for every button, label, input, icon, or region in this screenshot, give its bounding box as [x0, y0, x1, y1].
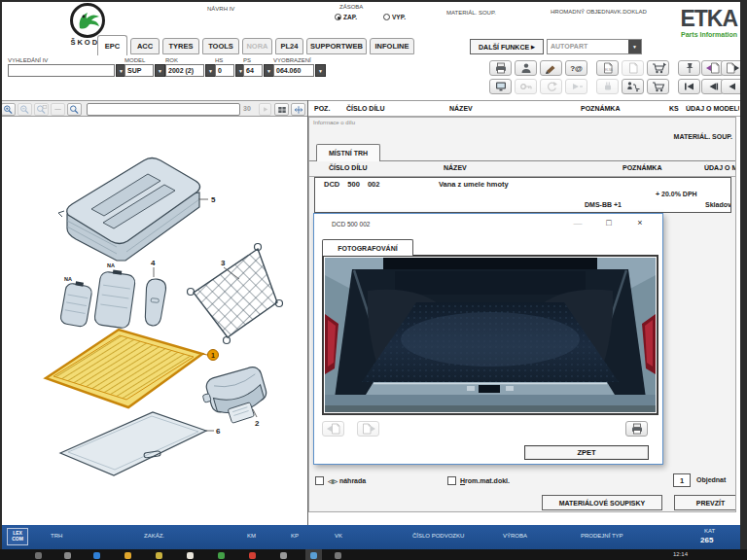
support-button[interactable]	[515, 60, 537, 76]
diagram-part-3-net[interactable]	[188, 244, 283, 344]
zoom-in-button[interactable]	[1, 103, 16, 116]
search-part-button[interactable]	[67, 103, 82, 116]
diagram-part-1-selected[interactable]	[46, 330, 202, 407]
vyobrazeni-value[interactable]: 064.060	[273, 64, 314, 77]
diagram-part-na-big[interactable]	[93, 268, 136, 329]
close-icon[interactable]: ×	[633, 218, 647, 228]
hs-value[interactable]: 0	[215, 64, 234, 77]
hrom-mat-dokl-checkbox[interactable]	[447, 476, 456, 485]
cart-button[interactable]	[647, 79, 669, 94]
autopart-select[interactable]: AUTOPART ▼	[547, 39, 642, 54]
taskbar-active-app-slot[interactable]	[305, 549, 322, 560]
nahrada-text: náhrada	[339, 477, 366, 484]
vyp-label: VYP.	[392, 14, 406, 20]
taskbar-app-icon[interactable]	[64, 552, 71, 559]
materialove-soupisky-button[interactable]: MATERIÁLOVÉ SOUPISKY	[542, 495, 662, 510]
nav-first-button[interactable]	[678, 79, 700, 94]
status-zakaz: ZAKÁZ.	[144, 533, 164, 539]
col-ks: KS	[669, 105, 679, 112]
status-trh: TRH	[51, 533, 62, 539]
taskbar-app-icon[interactable]	[187, 552, 194, 559]
play-icon	[569, 81, 585, 92]
taskbar-app-icon[interactable]	[310, 552, 317, 559]
diagram-part-2[interactable]	[198, 365, 269, 423]
order-qty-input[interactable]: 1	[673, 473, 691, 487]
status-bar: LEX COM TRH ZAKÁZ. KM KP VK ČÍSLO PODVOZ…	[2, 525, 740, 549]
monitor-button[interactable]	[489, 79, 512, 94]
diagram-part-na-small[interactable]	[59, 280, 92, 328]
nahrada-checkbox[interactable]	[315, 476, 324, 485]
dalsi-funkce-button[interactable]: DALŠÍ FUNKCE ▶	[470, 39, 544, 54]
cart-export-button[interactable]	[647, 60, 669, 76]
rok-value[interactable]: 2002 (2)	[165, 64, 204, 77]
tab-nora: NORA	[242, 38, 272, 54]
window-border-right	[740, 0, 747, 549]
vyobrazeni-combo[interactable]: 064.060 ▼	[273, 64, 326, 77]
pan-button[interactable]	[291, 103, 305, 116]
hs-combo[interactable]: 0 ▼	[215, 64, 246, 77]
rok-combo[interactable]: 2002 (2) ▼	[165, 64, 216, 77]
chevron-down-icon[interactable]: ▼	[155, 64, 165, 77]
callout-5[interactable]: 5	[211, 195, 216, 204]
tab-acc[interactable]: ACC	[130, 38, 160, 54]
model-combo[interactable]: SUP ▼	[124, 64, 165, 77]
vyhledani-combo[interactable]: ▼	[8, 64, 126, 77]
callout-3[interactable]: 3	[221, 259, 226, 267]
radio-off-icon	[383, 14, 390, 20]
elsa-button[interactable]: ELSA	[596, 60, 619, 76]
prevzit-button[interactable]: PREVZÍT	[674, 495, 736, 510]
zpet-button[interactable]: ZPET	[524, 445, 649, 460]
callout-4[interactable]: 4	[151, 259, 156, 267]
windows-taskbar[interactable]: 12:14	[0, 549, 747, 560]
photo-print-button[interactable]	[625, 421, 648, 437]
support-person-icon	[518, 62, 534, 74]
zoom-level-value: 30	[243, 105, 259, 112]
taskbar-app-icon[interactable]	[93, 552, 100, 559]
diagram-part-4[interactable]	[143, 278, 167, 327]
parts-table-header: POZ. ČÍSLO DÍLU NÁZEV POZNÁMKA KS ÚDAJ O…	[308, 100, 740, 117]
vyhledani-input[interactable]	[8, 64, 115, 77]
col-poz: POZ.	[314, 105, 330, 112]
ps-combo[interactable]: 64 ▼	[243, 64, 274, 77]
taskbar-app-icon[interactable]	[280, 552, 287, 559]
taskbar-app-icon[interactable]	[335, 552, 341, 559]
taskbar-app-icon[interactable]	[249, 552, 256, 559]
diagram-part-6[interactable]	[60, 412, 206, 475]
callout-2[interactable]: 2	[255, 419, 260, 428]
chevron-down-icon[interactable]: ▼	[628, 40, 641, 53]
tab-supportweb[interactable]: SUPPORTWEB	[306, 38, 367, 54]
tab-infoline[interactable]: INFOLINE	[370, 38, 414, 54]
model-value[interactable]: SUP	[124, 64, 154, 77]
pin-button[interactable]	[678, 60, 700, 76]
workshop-cart-button[interactable]	[622, 79, 644, 94]
tab-pl24[interactable]: PL24	[275, 38, 303, 54]
taskbar-app-icon[interactable]	[35, 552, 42, 559]
material-soup-corner-label: MATERIÁL. SOUP.	[674, 133, 732, 140]
ip-col-cislo: ČÍSLO DÍLU	[329, 164, 368, 171]
chevron-down-icon[interactable]: ▼	[315, 64, 326, 77]
ps-value[interactable]: 64	[243, 64, 263, 77]
plug-icon	[600, 81, 616, 92]
zasoba-radio-vyp[interactable]: VYP.	[383, 14, 406, 20]
taskbar-app-icon[interactable]	[124, 552, 131, 559]
zasoba-radio-zap[interactable]: ZAP.	[335, 14, 357, 20]
tab-fotografovani[interactable]: FOTOGRAFOVÁNÍ	[322, 239, 413, 256]
tab-epc[interactable]: EPC	[97, 35, 127, 55]
taskbar-app-icon[interactable]	[218, 552, 225, 559]
taskbar-app-icon[interactable]	[156, 552, 162, 559]
diagram-part-5[interactable]	[58, 158, 200, 262]
tab-tools[interactable]: TOOLS	[202, 38, 239, 54]
plug-button	[596, 79, 619, 94]
grid-view-button[interactable]	[274, 103, 289, 116]
part-row[interactable]: DCD 500 002 Vana z umele hmoty + 20.0% D…	[314, 177, 731, 213]
callout-6[interactable]: 6	[216, 427, 221, 436]
help-button[interactable]: ?@	[565, 60, 587, 76]
diagram-search-input[interactable]	[87, 103, 240, 116]
hand-pen-button[interactable]	[540, 60, 562, 76]
play-button	[565, 79, 587, 94]
tab-tyres[interactable]: TYRES	[162, 38, 199, 54]
tab-mistni-trh[interactable]: MÍSTNÍ TRH	[316, 144, 380, 161]
small-arrow-icon	[261, 105, 270, 114]
maximize-icon[interactable]: □	[602, 218, 616, 228]
print-button[interactable]	[489, 60, 512, 76]
